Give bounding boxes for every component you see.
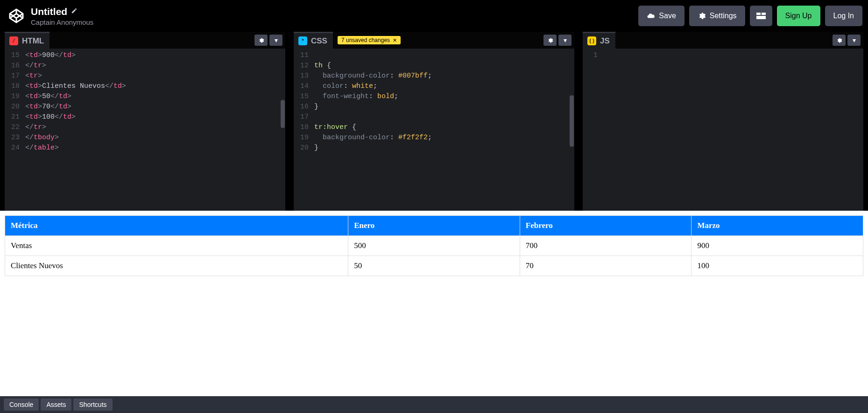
code-line[interactable]: 13 background-color: #007bff; <box>294 71 574 81</box>
scrollbar-thumb[interactable] <box>281 100 285 128</box>
code-line[interactable]: 11 <box>294 50 574 61</box>
code-line[interactable]: 1 <box>583 50 863 61</box>
css-code-area[interactable]: 1112th {13 background-color: #007bff;14 … <box>294 49 574 211</box>
js-code-area[interactable]: 1 <box>583 49 863 211</box>
code-line[interactable]: 16} <box>294 102 574 112</box>
table-cell: 900 <box>692 236 863 256</box>
table-header: Febrero <box>520 216 692 236</box>
unsaved-changes-label: 7 unsaved changes <box>341 37 390 43</box>
code-line[interactable]: 17<tr> <box>5 71 285 81</box>
settings-button-label: Settings <box>710 12 737 20</box>
preview-pane: MétricaEneroFebreroMarzo Ventas500700900… <box>0 211 868 396</box>
table-cell: 100 <box>692 256 863 276</box>
editor-panel-css: * CSS 7 unsaved changes ✕ 1112th {13 bac… <box>294 32 574 211</box>
js-lang-icon: () <box>587 36 596 45</box>
html-settings-icon[interactable] <box>254 35 268 46</box>
settings-button[interactable]: Settings <box>689 6 745 26</box>
code-line[interactable]: 17 <box>294 112 574 122</box>
editor-header-js: () JS <box>583 32 863 49</box>
code-line[interactable]: 18<td>Clientes Nuevos</td> <box>5 81 285 92</box>
table-header: Métrica <box>5 216 348 236</box>
table-cell: 50 <box>348 256 520 276</box>
code-line[interactable]: 24</table> <box>5 143 285 153</box>
tab-css-label: CSS <box>311 36 327 46</box>
table-cell: 700 <box>520 236 692 256</box>
footer-bar: Console Assets Shortcuts <box>0 396 868 413</box>
app-header: Untitled Captain Anonymous Save Settings… <box>0 0 868 32</box>
css-settings-icon[interactable] <box>543 35 557 46</box>
js-collapse-icon[interactable] <box>847 35 861 46</box>
tab-css[interactable]: * CSS <box>294 32 333 49</box>
table-cell: 500 <box>348 236 520 256</box>
code-line[interactable]: 14 color: white; <box>294 81 574 92</box>
tab-js[interactable]: () JS <box>583 32 615 49</box>
css-collapse-icon[interactable] <box>558 35 572 46</box>
table-cell: Ventas <box>5 236 348 256</box>
code-line[interactable]: 19<td>50</td> <box>5 92 285 102</box>
cloud-icon <box>647 12 655 20</box>
js-settings-icon[interactable] <box>833 35 846 46</box>
title-block: Untitled Captain Anonymous <box>31 6 93 26</box>
table-header: Enero <box>348 216 520 236</box>
save-button-label: Save <box>659 12 676 20</box>
html-collapse-icon[interactable] <box>269 35 282 46</box>
table-row: Ventas500700900 <box>5 236 863 256</box>
assets-button[interactable]: Assets <box>41 399 71 411</box>
editor-panel-js: () JS 1 <box>583 32 863 211</box>
console-button[interactable]: Console <box>4 399 39 411</box>
css-lang-icon: * <box>298 36 307 45</box>
login-button-label: Log In <box>833 12 854 20</box>
tab-html[interactable]: / HTML <box>5 32 49 49</box>
table-header: Marzo <box>692 216 863 236</box>
layout-button[interactable] <box>750 6 772 26</box>
editor-panel-html: / HTML 15<td>900</td>16</tr>17<tr>18<td>… <box>5 32 285 211</box>
codepen-logo-icon[interactable] <box>8 8 24 24</box>
table-cell: Clientes Nuevos <box>5 256 348 276</box>
scrollbar-thumb[interactable] <box>570 95 574 147</box>
tab-html-label: HTML <box>22 36 44 46</box>
code-line[interactable]: 19 background-color: #f2f2f2; <box>294 133 574 143</box>
code-line[interactable]: 23</tbody> <box>5 133 285 143</box>
editor-header-html: / HTML <box>5 32 285 49</box>
shortcuts-button[interactable]: Shortcuts <box>73 399 112 411</box>
signup-button[interactable]: Sign Up <box>777 6 820 26</box>
table-cell: 70 <box>520 256 692 276</box>
code-line[interactable]: 20<td>70</td> <box>5 102 285 112</box>
editor-header-css: * CSS 7 unsaved changes ✕ <box>294 32 574 49</box>
preview-table: MétricaEneroFebreroMarzo Ventas500700900… <box>5 215 863 276</box>
table-row: Clientes Nuevos5070100 <box>5 256 863 276</box>
code-line[interactable]: 20} <box>294 143 574 153</box>
pen-author[interactable]: Captain Anonymous <box>31 18 93 26</box>
code-line[interactable]: 16</tr> <box>5 61 285 71</box>
layout-icon <box>756 13 766 19</box>
html-code-area[interactable]: 15<td>900</td>16</tr>17<tr>18<td>Cliente… <box>5 49 285 211</box>
editors-row: / HTML 15<td>900</td>16</tr>17<tr>18<td>… <box>0 32 868 211</box>
unsaved-changes-badge[interactable]: 7 unsaved changes ✕ <box>338 36 401 44</box>
html-lang-icon: / <box>9 36 18 45</box>
signup-button-label: Sign Up <box>785 12 812 20</box>
code-line[interactable]: 12th { <box>294 61 574 71</box>
save-button[interactable]: Save <box>638 6 684 26</box>
code-line[interactable]: 15 font-weight: bold; <box>294 92 574 102</box>
code-line[interactable]: 15<td>900</td> <box>5 50 285 61</box>
pen-title[interactable]: Untitled <box>31 6 67 17</box>
tab-js-label: JS <box>600 36 610 46</box>
code-line[interactable]: 22</tr> <box>5 122 285 133</box>
code-line[interactable]: 21<td>100</td> <box>5 112 285 122</box>
dismiss-unsaved-icon[interactable]: ✕ <box>393 37 397 43</box>
header-right: Save Settings Sign Up Log In <box>638 6 862 26</box>
header-left: Untitled Captain Anonymous <box>8 6 93 26</box>
code-line[interactable]: 18tr:hover { <box>294 122 574 133</box>
gear-icon <box>698 12 706 20</box>
edit-title-icon[interactable] <box>71 7 78 15</box>
login-button[interactable]: Log In <box>825 6 862 26</box>
